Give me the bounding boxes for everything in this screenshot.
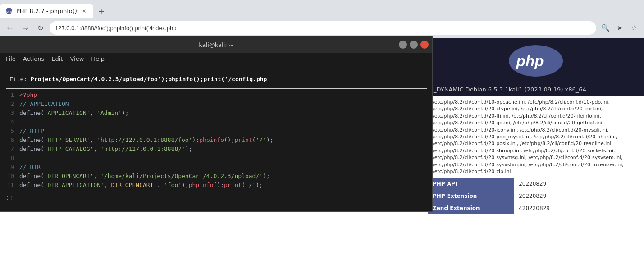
line-content-7: define('HTTP_CATALOG', 'http://127.0.0.1… bbox=[19, 145, 192, 154]
table-row-api: PHP API 20220829 bbox=[428, 178, 644, 190]
browser-tab[interactable]: php PHP 8.2.7 - phpinfo() × bbox=[0, 4, 93, 18]
line-content-9: // DIR bbox=[19, 163, 41, 172]
svg-text:php: php bbox=[6, 9, 13, 14]
line-num-9: 9 bbox=[6, 163, 19, 172]
php-version-text: _DYNAMIC Debian 6.5.3-1kali1 (2023-09-19… bbox=[434, 86, 586, 93]
tab-bar: php PHP 8.2.7 - phpinfo() × + bbox=[0, 0, 644, 18]
terminal-maximize-button[interactable] bbox=[410, 41, 418, 49]
line-num-6: 6 bbox=[6, 136, 19, 145]
svg-text:php: php bbox=[516, 53, 544, 69]
php-version-row: _DYNAMIC Debian 6.5.3-1kali1 (2023-09-19… bbox=[428, 83, 644, 96]
file-path: Projects/OpenCart/4.0.2.3/upload/foo');p… bbox=[31, 76, 267, 82]
address-input[interactable] bbox=[50, 21, 596, 35]
divider bbox=[6, 71, 427, 71]
menu-view[interactable]: View bbox=[70, 55, 84, 62]
line-content-11: define('DIR_APPLICATION', DIR_OPENCART .… bbox=[19, 181, 263, 190]
table-cell-extension-label: PHP Extension bbox=[428, 190, 514, 202]
cast-button[interactable]: ➤ bbox=[613, 22, 626, 34]
menu-help[interactable]: Help bbox=[91, 55, 105, 62]
table-cell-zend-value: 420220829 bbox=[514, 202, 644, 214]
line-content-1: <?php bbox=[19, 91, 37, 100]
line-content-8 bbox=[19, 154, 23, 163]
table-cell-extension-value: 20220829 bbox=[514, 190, 644, 202]
terminal-titlebar: kali@kali: ~ bbox=[0, 36, 432, 53]
file-label: File: bbox=[9, 76, 31, 82]
new-tab-button[interactable]: + bbox=[95, 5, 108, 17]
tab-close-button[interactable]: × bbox=[81, 7, 88, 14]
code-line-3: 3 define('APPLICATION', 'Admin'); bbox=[6, 109, 427, 118]
terminal-body: File: Projects/OpenCart/4.0.2.3/upload/f… bbox=[0, 65, 432, 211]
terminal-window: kali@kali: ~ File Actions Edit View Help… bbox=[0, 36, 433, 212]
line-num-11: 11 bbox=[6, 181, 19, 190]
menu-edit[interactable]: Edit bbox=[51, 55, 63, 62]
table-cell-api-value: 20220829 bbox=[514, 178, 644, 190]
terminal-title: kali@kali: ~ bbox=[199, 41, 233, 48]
line-num-5: 5 bbox=[6, 127, 19, 136]
line-content-5: // HTTP bbox=[19, 127, 44, 136]
line-num-7: 7 bbox=[6, 145, 19, 154]
divider2 bbox=[6, 88, 427, 89]
menu-actions[interactable]: Actions bbox=[23, 55, 45, 62]
terminal-controls bbox=[399, 41, 429, 49]
line-content-3: define('APPLICATION', 'Admin'); bbox=[19, 109, 129, 118]
reload-button[interactable]: ↻ bbox=[34, 22, 47, 34]
line-num-10: 10 bbox=[6, 172, 19, 181]
php-info-table: PHP API 20220829 PHP Extension 20220829 … bbox=[428, 178, 644, 214]
code-line-7: 7 define('HTTP_CATALOG', 'http://127.0.0… bbox=[6, 145, 427, 154]
forward-button[interactable]: → bbox=[19, 22, 32, 34]
code-line-5: 5 // HTTP bbox=[6, 127, 427, 136]
code-line-9: 9 // DIR bbox=[6, 163, 427, 172]
php-logo-area: php bbox=[428, 38, 644, 83]
tab-favicon: php bbox=[5, 7, 13, 14]
code-line-6: 6 define('HTTP_SERVER', 'http://127.0.0.… bbox=[6, 136, 427, 145]
line-content-4 bbox=[19, 118, 23, 127]
config-files-text: /etc/php/8.2/cli/conf.d/10-opcache.ini, … bbox=[433, 99, 624, 174]
bookmark-button[interactable]: ☆ bbox=[628, 22, 640, 34]
code-line-10: 10 define('DIR_OPENCART', '/home/kali/Pr… bbox=[6, 172, 427, 181]
code-line-11: 11 define('DIR_APPLICATION', DIR_OPENCAR… bbox=[6, 181, 427, 190]
line-num-1: 1 bbox=[6, 91, 19, 100]
terminal-close-button[interactable] bbox=[420, 41, 429, 49]
code-line-8: 8 bbox=[6, 154, 427, 163]
tab-title: PHP 8.2.7 - phpinfo() bbox=[16, 8, 77, 14]
code-line-2: 2 // APPLICATION bbox=[6, 100, 427, 109]
table-cell-zend-label: Zend Extension bbox=[428, 202, 514, 214]
php-panel: php _DYNAMIC Debian 6.5.3-1kali1 (2023-0… bbox=[428, 38, 644, 269]
menu-file[interactable]: File bbox=[6, 55, 16, 62]
prompt-line: :! bbox=[6, 193, 427, 202]
browser-chrome: php PHP 8.2.7 - phpinfo() × + ← → ↻ 🔍 ➤ bbox=[0, 0, 644, 38]
line-num-8: 8 bbox=[6, 154, 19, 163]
address-bar-row: ← → ↻ 🔍 ➤ ☆ bbox=[0, 18, 644, 38]
line-content-2: // APPLICATION bbox=[19, 100, 69, 109]
code-area: 1 <?php 2 // APPLICATION 3 define('APPLI… bbox=[6, 91, 427, 190]
php-logo-svg: php bbox=[509, 45, 563, 77]
line-num-2: 2 bbox=[6, 100, 19, 109]
back-button[interactable]: ← bbox=[4, 22, 16, 34]
file-header: File: Projects/OpenCart/4.0.2.3/upload/f… bbox=[6, 73, 427, 86]
table-row-extension: PHP Extension 20220829 bbox=[428, 190, 644, 202]
code-line-1: 1 <?php bbox=[6, 91, 427, 100]
terminal-minimize-button[interactable] bbox=[399, 41, 407, 49]
toolbar-icons: 🔍 ➤ ☆ bbox=[599, 22, 640, 34]
prompt-text: :! bbox=[6, 193, 13, 202]
table-cell-api-label: PHP API bbox=[428, 178, 514, 190]
terminal-menubar: File Actions Edit View Help bbox=[0, 53, 432, 65]
line-num-4: 4 bbox=[6, 118, 19, 127]
line-content-6: define('HTTP_SERVER', 'http://127.0.0.1:… bbox=[19, 136, 274, 145]
line-num-3: 3 bbox=[6, 109, 19, 118]
table-row-zend: Zend Extension 420220829 bbox=[428, 202, 644, 214]
php-logo: php bbox=[509, 45, 563, 77]
zoom-button[interactable]: 🔍 bbox=[599, 22, 612, 34]
line-content-10: define('DIR_OPENCART', '/home/kali/Proje… bbox=[19, 172, 270, 181]
config-files-area: /etc/php/8.2/cli/conf.d/10-opcache.ini, … bbox=[428, 96, 644, 178]
code-line-4: 4 bbox=[6, 118, 427, 127]
